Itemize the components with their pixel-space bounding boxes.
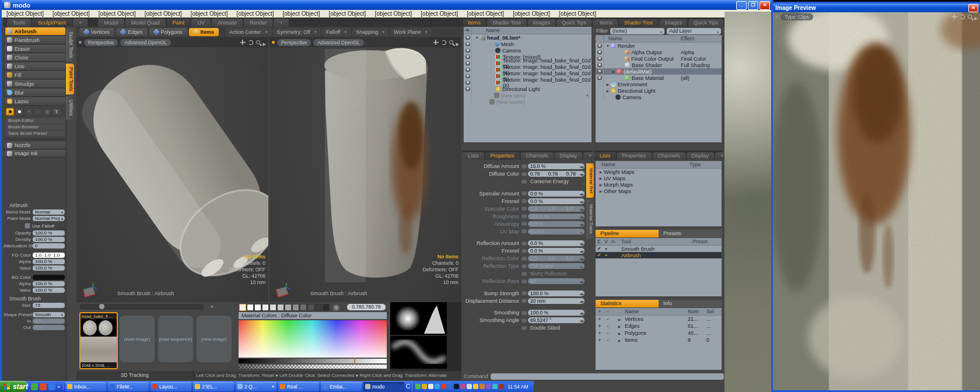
menu-item[interactable]: [object Object] <box>99 10 136 17</box>
start-button[interactable]: start <box>0 381 28 392</box>
brush-stroke-preview[interactable] <box>390 336 447 369</box>
layout-tab[interactable]: Render <box>244 19 273 27</box>
size-field[interactable]: 73 <box>33 303 65 308</box>
color-swatch[interactable] <box>247 304 254 311</box>
mini-slider-knob[interactable] <box>522 180 527 184</box>
visibility-eye-icon[interactable] <box>466 36 470 40</box>
preset-column-header[interactable]: Preset <box>692 239 722 244</box>
property-field[interactable]: 0.0 %◀▶ <box>528 248 584 254</box>
menu-item[interactable]: [object Object] <box>513 10 550 17</box>
tray-icon[interactable] <box>422 384 427 389</box>
taskbar-window-button[interactable]: Layou... <box>150 382 191 391</box>
mini-slider-knob[interactable] <box>522 257 527 261</box>
mini-slider-knob[interactable] <box>522 206 527 211</box>
tray-icon[interactable] <box>492 384 498 389</box>
name-column-header[interactable]: Name <box>604 36 681 41</box>
shading-mode-chip[interactable]: Advanced OpenGL <box>313 39 363 46</box>
texture-preview-image[interactable] <box>773 12 980 390</box>
layout-tab[interactable]: + <box>274 19 288 27</box>
menu-item[interactable]: [object Object] <box>283 10 320 17</box>
panel-tab[interactable]: Quick Tips <box>688 19 723 27</box>
sidebar-category-tab[interactable]: Utilities <box>66 96 74 119</box>
taskbar-window-button[interactable]: Emba... <box>321 382 362 391</box>
taskbar-window-button[interactable]: Inbox... <box>65 382 106 391</box>
selection-mode-button[interactable]: Items <box>189 28 219 36</box>
bg-color-field[interactable] <box>33 275 65 280</box>
shape-preset-select[interactable]: Smooth <box>33 312 65 317</box>
pan-icon[interactable] <box>952 14 957 19</box>
toolbar-dropdown[interactable]: Snapping <box>352 28 388 36</box>
visible-column-header[interactable]: V <box>603 239 610 244</box>
brush-link-button[interactable]: Brush Editor <box>6 118 65 124</box>
paint-mode-select[interactable]: Normal Proj ... <box>33 216 65 221</box>
tray-icon[interactable] <box>460 384 466 389</box>
mini-slider-knob[interactable] <box>522 191 527 195</box>
item-row[interactable]: Texture: Image: head_bake_final_02d (6) <box>464 79 592 86</box>
tool-button[interactable]: Airbrush <box>5 27 65 36</box>
orbit-icon[interactable] <box>960 15 965 19</box>
enable-check-icon[interactable]: ✔ <box>596 253 603 258</box>
menu-item[interactable]: [object Object] <box>237 10 274 17</box>
new-image-button[interactable]: (new image) <box>197 316 232 362</box>
mini-slider-knob[interactable] <box>522 199 527 203</box>
deselect-minus-button[interactable]: - <box>604 337 612 343</box>
property-field[interactable]: Blurry Reflection◀▶ <box>528 271 584 276</box>
color-value-chip[interactable]: 0.780.780.78 <box>347 304 386 310</box>
menu-item[interactable]: [object Object] <box>52 10 90 17</box>
item-row[interactable]: Mesh <box>464 41 592 47</box>
sel-column-header[interactable]: Sel <box>706 309 722 314</box>
property-field[interactable]: 1.0 1.0 1.0◀▶ <box>528 206 584 212</box>
mini-slider-knob[interactable] <box>522 326 527 330</box>
layout-tab[interactable]: Model Quad <box>125 19 166 27</box>
property-field[interactable]: 100.0 %◀▶ <box>528 290 584 296</box>
menu-item[interactable]: [object Object] <box>328 10 366 17</box>
color-swatch[interactable] <box>315 304 322 311</box>
text-brush-button[interactable]: T <box>52 108 61 116</box>
property-field[interactable]: 100.0 %◀▶ <box>528 214 584 219</box>
vertex-map-row[interactable]: ▶ Other Maps <box>596 188 722 194</box>
tray-icon[interactable] <box>415 384 421 389</box>
preview-mode-dot[interactable] <box>775 15 778 18</box>
viewport-mode-dot[interactable] <box>272 41 275 44</box>
mini-slider-knob[interactable] <box>522 164 527 169</box>
shader-row[interactable]: Final Color Output Final Color <box>596 55 722 62</box>
bg-alpha-field[interactable]: 100.0 % <box>33 281 65 286</box>
preview-title-bar[interactable]: Image Preview ✕ <box>773 4 980 12</box>
visible-dot-icon[interactable]: • <box>603 246 610 252</box>
item-row[interactable]: Camera <box>464 47 592 54</box>
color-swatch[interactable] <box>254 304 261 311</box>
taskbar-window-button[interactable]: Real ... <box>278 382 319 391</box>
name-column-header[interactable]: Name <box>596 162 690 167</box>
shader-row[interactable]: ▼ Render <box>596 43 722 49</box>
plus-column-header[interactable]: + <box>596 309 604 314</box>
color-swatch[interactable] <box>262 304 269 311</box>
pipeline-tool-row[interactable]: ✔ • Airbrush <box>596 252 722 258</box>
fg-alpha-field[interactable]: 100.0 % <box>33 259 65 264</box>
mini-slider-knob[interactable] <box>522 214 527 218</box>
expander-icon[interactable]: ▶ <box>605 82 611 86</box>
tool-button[interactable]: Paintbrush <box>5 36 65 44</box>
tool-button[interactable]: Clone <box>5 54 65 62</box>
nozzle-tool-button[interactable]: Nozzle <box>5 142 65 149</box>
color-swatch[interactable] <box>323 304 330 311</box>
layout-tab[interactable]: Animate <box>212 19 243 27</box>
expander-icon[interactable]: ▼ <box>605 44 611 48</box>
statistics-row[interactable]: + - ▶ Vertices 21... ... <box>596 316 722 323</box>
viewport-left[interactable]: Perspective Advanced OpenGL <box>76 37 268 302</box>
visible-dot-icon[interactable]: • <box>603 253 610 258</box>
layout-tab[interactable]: + <box>73 19 88 27</box>
selection-mode-button[interactable]: Polygons <box>149 28 187 36</box>
panel-tab[interactable]: Display <box>555 152 583 160</box>
tray-icon[interactable] <box>473 384 478 389</box>
visibility-eye-icon[interactable] <box>466 74 470 78</box>
mini-slider-knob[interactable] <box>522 272 527 276</box>
tray-icon[interactable] <box>428 384 433 389</box>
quick-launch-icon[interactable] <box>48 383 55 390</box>
type-clips-chip[interactable]: Type: Clips <box>780 13 813 20</box>
shader-row[interactable]: Camera <box>596 94 722 100</box>
deselect-minus-button[interactable]: - <box>604 323 612 329</box>
statistics-row[interactable]: + - ▶ Edges 61... ... <box>596 323 722 330</box>
title-bar[interactable]: modo _ ❒ ✕ <box>2 0 772 10</box>
property-field[interactable]: 64◀▶ <box>528 278 584 284</box>
tool-button[interactable]: Line <box>5 62 65 71</box>
